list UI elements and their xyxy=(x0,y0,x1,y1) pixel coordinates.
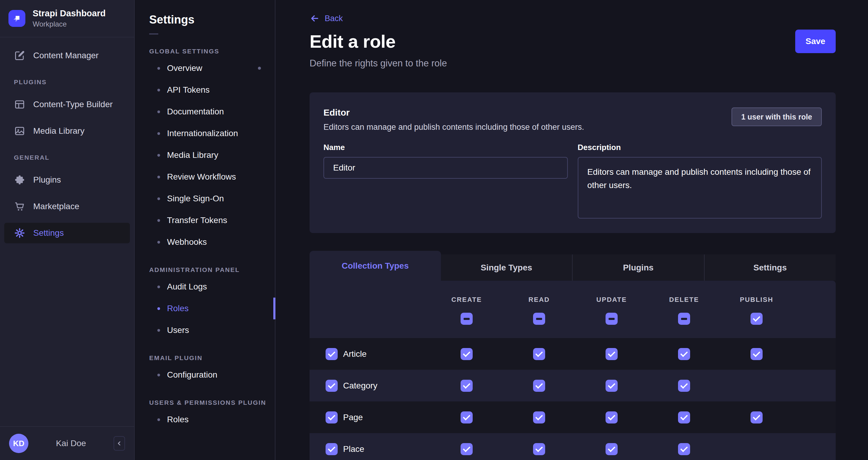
tab-single-types[interactable]: Single Types xyxy=(441,255,572,281)
subnav-item-documentation[interactable]: Documentation xyxy=(135,101,275,123)
gear-icon xyxy=(14,227,25,239)
subnav-divider xyxy=(149,33,158,34)
subnav-item-single-sign-on[interactable]: Single Sign-On xyxy=(135,188,275,209)
main-nav: Content Manager PLUGINS Content-Type Bui… xyxy=(0,37,134,426)
main-content: Back Edit a role Save Define the rights … xyxy=(275,0,868,460)
save-button[interactable]: Save xyxy=(795,30,836,53)
article-publish-checkbox[interactable] xyxy=(750,348,763,360)
article-update-checkbox[interactable] xyxy=(606,348,618,360)
page-publish-checkbox[interactable] xyxy=(750,412,763,424)
select-all-create-checkbox[interactable] xyxy=(461,313,473,325)
column-header-read: READ xyxy=(529,296,550,304)
brand-text: Strapi Dashboard Workplace xyxy=(33,8,106,28)
subnav-item-transfer-tokens[interactable]: Transfer Tokens xyxy=(135,209,275,231)
place-delete-checkbox[interactable] xyxy=(678,443,690,455)
place-create-checkbox[interactable] xyxy=(461,443,473,455)
category-create-checkbox[interactable] xyxy=(461,380,473,392)
bullet-icon xyxy=(157,374,160,376)
page-title: Edit a role xyxy=(310,31,396,52)
content-type-label: Article xyxy=(343,349,367,359)
bullet-icon xyxy=(157,329,160,332)
select-all-delete-checkbox[interactable] xyxy=(678,313,690,325)
sidebar-item-plugins[interactable]: Plugins xyxy=(4,170,130,190)
sidebar-section-general: GENERAL xyxy=(14,154,134,161)
subnav-item-internationalization[interactable]: Internationalization xyxy=(135,123,275,144)
sidebar-item-marketplace[interactable]: Marketplace xyxy=(4,196,130,217)
place-update-checkbox[interactable] xyxy=(606,443,618,455)
article-read-checkbox[interactable] xyxy=(533,348,545,360)
select-all-read-checkbox[interactable] xyxy=(533,313,545,325)
brand[interactable]: Strapi Dashboard Workplace xyxy=(0,0,134,37)
settings-subnav: Settings GLOBAL SETTINGS Overview API To… xyxy=(135,0,275,460)
title-row: Edit a role Save xyxy=(310,30,836,53)
tab-collection-types[interactable]: Collection Types xyxy=(310,251,441,281)
subnav-section-administration-panel: ADMINISTRATION PANEL xyxy=(149,266,275,273)
sidebar-section-plugins: PLUGINS xyxy=(14,78,134,86)
role-details-card: Editor Editors can manage and publish co… xyxy=(310,92,836,233)
puzzle-icon xyxy=(14,174,25,186)
description-textarea[interactable]: Editors can manage and publish contents … xyxy=(578,157,822,219)
bullet-icon xyxy=(157,307,160,310)
sidebar-item-label: Media Library xyxy=(33,126,85,136)
bullet-icon xyxy=(157,241,160,243)
cart-icon xyxy=(14,201,25,212)
subnav-item-audit-logs[interactable]: Audit Logs xyxy=(135,276,275,298)
subnav-item-review-workflows[interactable]: Review Workflows xyxy=(135,166,275,188)
tab-plugins[interactable]: Plugins xyxy=(572,255,704,281)
name-field-group: Name xyxy=(323,143,568,220)
subnav-item-api-tokens[interactable]: API Tokens xyxy=(135,79,275,101)
subnav-item-overview[interactable]: Overview xyxy=(135,57,275,79)
category-read-checkbox[interactable] xyxy=(533,380,545,392)
category-delete-checkbox[interactable] xyxy=(678,380,690,392)
subnav-item-up-roles[interactable]: Roles xyxy=(135,409,275,430)
sidebar-item-content-manager[interactable]: Content Manager xyxy=(4,45,130,66)
app-title: Strapi Dashboard xyxy=(33,8,106,19)
role-description-text: Editors can manage and publish contents … xyxy=(323,123,584,132)
article-create-checkbox[interactable] xyxy=(461,348,473,360)
avatar[interactable]: KD xyxy=(9,434,28,453)
chevron-left-icon xyxy=(115,439,123,447)
row-select-checkbox[interactable] xyxy=(326,443,338,455)
table-row-article: Article xyxy=(310,338,836,370)
back-link[interactable]: Back xyxy=(310,13,343,24)
article-delete-checkbox[interactable] xyxy=(678,348,690,360)
select-all-publish-checkbox[interactable] xyxy=(750,313,763,325)
page-create-checkbox[interactable] xyxy=(461,412,473,424)
user-name: Kai Doe xyxy=(28,438,114,448)
description-label: Description xyxy=(578,143,822,152)
subnav-section-global-settings: GLOBAL SETTINGS xyxy=(149,48,275,55)
category-update-checkbox[interactable] xyxy=(606,380,618,392)
grid-icon xyxy=(14,99,25,110)
content-type-label: Page xyxy=(343,413,363,422)
column-header-create: CREATE xyxy=(452,296,482,304)
select-all-row xyxy=(310,313,836,325)
select-all-update-checkbox[interactable] xyxy=(606,313,618,325)
sidebar-item-settings[interactable]: Settings xyxy=(4,223,130,243)
place-read-checkbox[interactable] xyxy=(533,443,545,455)
sidebar-item-content-type-builder[interactable]: Content-Type Builder xyxy=(4,94,130,115)
sidebar-item-label: Content Manager xyxy=(33,51,98,60)
sidebar-item-label: Marketplace xyxy=(33,202,80,211)
subnav-item-webhooks[interactable]: Webhooks xyxy=(135,231,275,253)
row-select-checkbox[interactable] xyxy=(326,348,338,360)
subnav-item-media-library[interactable]: Media Library xyxy=(135,144,275,166)
sidebar-item-media-library[interactable]: Media Library xyxy=(4,121,130,141)
name-input[interactable] xyxy=(323,157,568,179)
page-read-checkbox[interactable] xyxy=(533,412,545,424)
page-update-checkbox[interactable] xyxy=(606,412,618,424)
role-fields: Name Description Editors can manage and … xyxy=(323,143,822,220)
subnav-item-configuration[interactable]: Configuration xyxy=(135,364,275,386)
bullet-icon xyxy=(157,67,160,70)
subnav-item-users[interactable]: Users xyxy=(135,319,275,341)
row-select-checkbox[interactable] xyxy=(326,380,338,392)
description-field-group: Description Editors can manage and publi… xyxy=(578,143,822,220)
row-select-checkbox[interactable] xyxy=(326,412,338,424)
column-header-update: UPDATE xyxy=(596,296,627,304)
app-root: Strapi Dashboard Workplace Content Manag… xyxy=(0,0,868,460)
name-label: Name xyxy=(323,143,568,152)
subnav-item-roles[interactable]: Roles xyxy=(135,298,275,319)
page-delete-checkbox[interactable] xyxy=(678,412,690,424)
tab-settings[interactable]: Settings xyxy=(704,255,836,281)
users-with-role-button[interactable]: 1 user with this role xyxy=(732,107,822,126)
collapse-sidebar-button[interactable] xyxy=(114,436,125,451)
